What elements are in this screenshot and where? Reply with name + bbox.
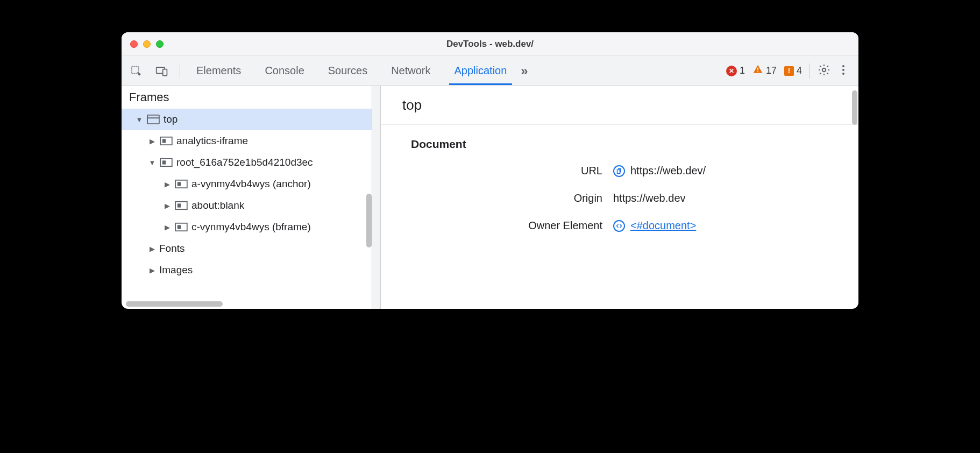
svg-rect-2 bbox=[163, 69, 167, 75]
tree-item[interactable]: ▶Images bbox=[122, 259, 372, 281]
tree-item-label: c-vynmy4vb4wys (bframe) bbox=[191, 221, 311, 233]
frame-icon bbox=[159, 158, 173, 167]
chevron-right-icon[interactable]: ▶ bbox=[148, 137, 156, 145]
tree-item-label: analytics-iframe bbox=[176, 135, 248, 147]
chevron-right-icon[interactable]: ▶ bbox=[148, 245, 156, 253]
chevron-right-icon[interactable]: ▶ bbox=[164, 223, 171, 231]
svg-rect-3 bbox=[757, 68, 758, 70]
tab-console[interactable]: Console bbox=[264, 57, 305, 84]
svg-rect-15 bbox=[175, 180, 187, 188]
status-icons: 1 17 4 bbox=[726, 63, 852, 79]
traffic-lights bbox=[122, 40, 164, 48]
errors-count[interactable]: 1 bbox=[726, 65, 745, 76]
more-options-icon[interactable] bbox=[838, 63, 849, 79]
detail-key-owner: Owner Element bbox=[381, 220, 613, 232]
detail-row-owner: Owner Element <#document> bbox=[381, 212, 858, 239]
url-value: https://web.dev/ bbox=[630, 165, 706, 177]
tree-item-label: about:blank bbox=[191, 200, 244, 211]
warning-icon bbox=[752, 64, 763, 77]
svg-rect-13 bbox=[160, 159, 172, 166]
detail-val-owner: <#document> bbox=[613, 220, 696, 232]
chevron-right-icon[interactable]: ▶ bbox=[164, 180, 171, 188]
device-toggle-icon[interactable] bbox=[154, 63, 170, 79]
tree-item-label: Images bbox=[159, 264, 193, 276]
tree-item-label: a-vynmy4vb4wys (anchor) bbox=[191, 178, 311, 190]
detail-key-url: URL bbox=[381, 165, 613, 177]
detail-val-url: https://web.dev/ bbox=[613, 165, 706, 177]
frame-icon bbox=[159, 136, 173, 146]
close-window-button[interactable] bbox=[130, 40, 138, 48]
svg-rect-16 bbox=[177, 182, 181, 186]
warnings-value: 17 bbox=[766, 65, 777, 76]
sidebar-vertical-scrollbar[interactable] bbox=[366, 194, 372, 247]
frames-tree: ▼top▶analytics-iframe▼root_616a752e1b5d4… bbox=[122, 109, 372, 309]
issues-count[interactable]: 4 bbox=[784, 65, 802, 76]
frame-detail-panel: top Document URL https://web.dev/ Origin… bbox=[381, 86, 858, 309]
warnings-count[interactable]: 17 bbox=[752, 64, 777, 77]
frame-icon bbox=[174, 201, 188, 210]
sidebar-horizontal-scrollbar[interactable] bbox=[126, 301, 223, 307]
svg-point-7 bbox=[842, 69, 844, 71]
frame-icon bbox=[174, 222, 188, 232]
inspect-element-icon[interactable] bbox=[128, 63, 144, 79]
window-icon bbox=[146, 114, 160, 125]
tab-sources[interactable]: Sources bbox=[327, 57, 368, 84]
tree-item-label: top bbox=[164, 114, 177, 125]
svg-rect-4 bbox=[757, 71, 758, 72]
tree-item[interactable]: ▶Fonts bbox=[122, 238, 372, 259]
chevron-right-icon[interactable]: ▶ bbox=[164, 202, 171, 210]
svg-point-8 bbox=[842, 73, 844, 75]
detail-vertical-scrollbar[interactable] bbox=[852, 90, 857, 125]
svg-rect-20 bbox=[177, 225, 181, 229]
devtools-window: DevTools - web.dev/ Elements Console Sou… bbox=[122, 32, 858, 309]
toolbar-separator bbox=[180, 63, 180, 79]
tree-item[interactable]: ▼top bbox=[122, 109, 372, 130]
tabs-overflow-icon[interactable]: » bbox=[517, 63, 531, 79]
detail-section-title: Document bbox=[381, 125, 858, 157]
svg-rect-14 bbox=[162, 160, 166, 164]
chevron-down-icon[interactable]: ▼ bbox=[148, 159, 156, 167]
minimize-window-button[interactable] bbox=[143, 40, 151, 48]
tab-elements[interactable]: Elements bbox=[195, 57, 242, 84]
detail-row-origin: Origin https://web.dev bbox=[381, 185, 858, 212]
svg-point-5 bbox=[822, 68, 826, 71]
frames-sidebar: Frames ▼top▶analytics-iframe▼root_616a75… bbox=[122, 86, 372, 309]
svg-rect-11 bbox=[160, 137, 172, 145]
tree-item[interactable]: ▶a-vynmy4vb4wys (anchor) bbox=[122, 173, 372, 195]
issues-value: 4 bbox=[797, 65, 802, 76]
tree-item[interactable]: ▶c-vynmy4vb4wys (bframe) bbox=[122, 216, 372, 238]
svg-point-6 bbox=[842, 65, 844, 67]
reveal-element-icon[interactable] bbox=[613, 220, 625, 232]
tree-item[interactable]: ▶analytics-iframe bbox=[122, 130, 372, 152]
svg-rect-9 bbox=[147, 115, 159, 124]
issue-icon bbox=[784, 66, 794, 76]
chevron-right-icon[interactable]: ▶ bbox=[148, 266, 156, 274]
maximize-window-button[interactable] bbox=[156, 40, 164, 48]
tab-application[interactable]: Application bbox=[453, 57, 508, 84]
detail-val-origin: https://web.dev bbox=[613, 192, 686, 204]
toolbar-separator bbox=[809, 63, 810, 79]
tree-item-label: Fonts bbox=[159, 243, 185, 254]
svg-rect-18 bbox=[177, 203, 181, 207]
tree-item[interactable]: ▼root_616a752e1b5d4210d3ec bbox=[122, 152, 372, 173]
detail-row-url: URL https://web.dev/ bbox=[381, 157, 858, 185]
tree-item[interactable]: ▶about:blank bbox=[122, 195, 372, 216]
svg-rect-12 bbox=[162, 139, 166, 143]
chevron-down-icon[interactable]: ▼ bbox=[136, 116, 143, 124]
panel-tabs: Elements Console Sources Network Applica… bbox=[195, 57, 508, 84]
error-icon bbox=[726, 66, 737, 76]
split-resizer[interactable] bbox=[372, 86, 381, 309]
window-title: DevTools - web.dev/ bbox=[446, 39, 534, 49]
svg-rect-17 bbox=[175, 202, 187, 209]
devtools-toolbar: Elements Console Sources Network Applica… bbox=[122, 56, 858, 86]
tree-item-label: root_616a752e1b5d4210d3ec bbox=[176, 157, 313, 168]
settings-icon[interactable] bbox=[818, 63, 830, 79]
detail-heading: top bbox=[381, 86, 858, 125]
svg-rect-19 bbox=[175, 223, 187, 231]
owner-element-link[interactable]: <#document> bbox=[630, 220, 696, 232]
copy-url-icon[interactable] bbox=[613, 165, 625, 177]
tab-network[interactable]: Network bbox=[390, 57, 431, 84]
sidebar-heading: Frames bbox=[122, 86, 372, 109]
detail-key-origin: Origin bbox=[381, 192, 613, 204]
errors-value: 1 bbox=[740, 65, 745, 76]
